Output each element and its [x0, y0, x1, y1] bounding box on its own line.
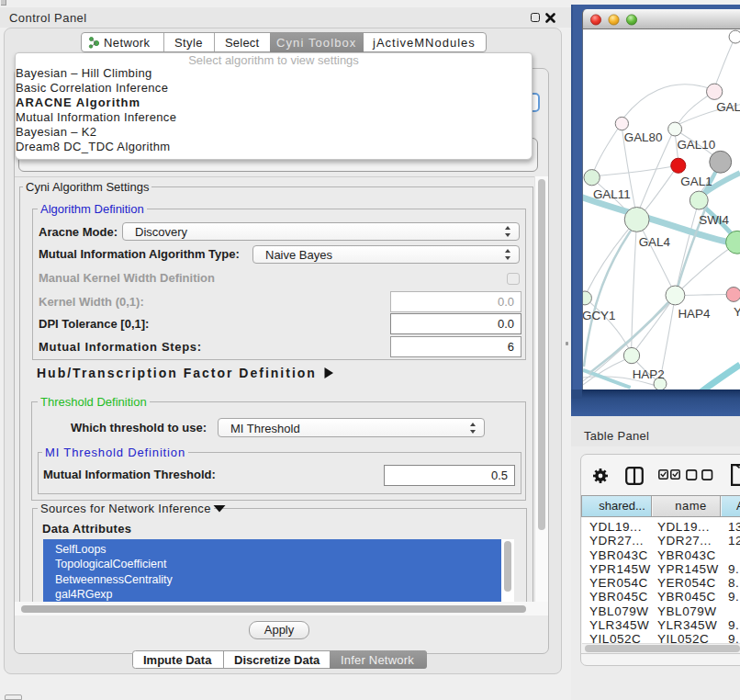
svg-text:GAL80: GAL80 — [624, 130, 663, 144]
svg-text:GAL4: GAL4 — [639, 235, 671, 249]
svg-text:GAL: GAL — [716, 100, 740, 114]
svg-text:SWI4: SWI4 — [699, 213, 729, 227]
svg-text:HAP4: HAP4 — [678, 307, 711, 321]
svg-text:GCY1: GCY1 — [582, 309, 616, 322]
svg-text:GAL1: GAL1 — [680, 175, 712, 188]
svg-text:GAL11: GAL11 — [593, 187, 631, 201]
svg-text:GAL10: GAL10 — [677, 138, 715, 152]
svg-text:Y: Y — [734, 305, 740, 319]
svg-text:HAP2: HAP2 — [633, 367, 665, 381]
